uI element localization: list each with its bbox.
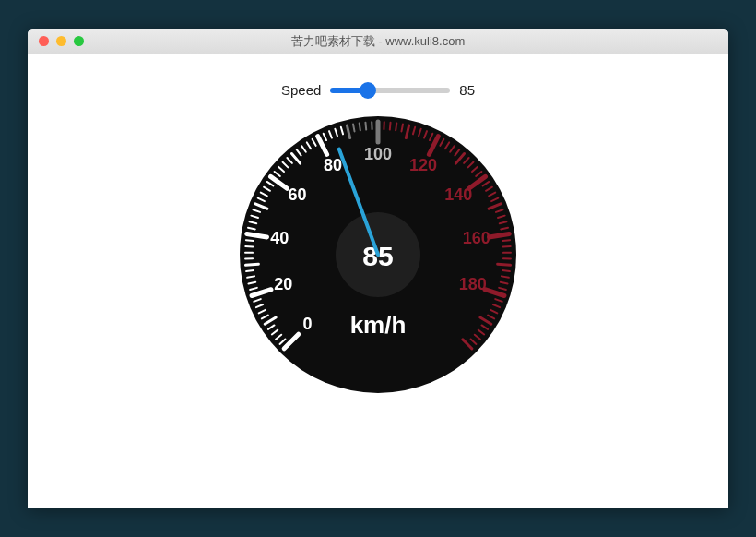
gauge-tick xyxy=(246,240,254,241)
gauge-tick-label: 160 xyxy=(463,229,490,247)
gauge-tick xyxy=(502,270,510,271)
gauge-tick xyxy=(245,246,253,247)
gauge-tick-label: 180 xyxy=(459,275,487,293)
gauge-tick-label: 100 xyxy=(364,145,392,163)
gauge-tick xyxy=(503,246,511,247)
gauge-tick xyxy=(502,240,510,241)
gauge-tick xyxy=(390,123,391,130)
gauge-tick xyxy=(396,123,396,130)
gauge-tick-label: 140 xyxy=(444,185,472,204)
gauge-tick-label: 60 xyxy=(289,185,307,204)
gauge-tick xyxy=(365,123,366,130)
minimize-icon[interactable] xyxy=(56,36,66,46)
gauge-tick-label: 40 xyxy=(270,229,289,247)
speed-slider[interactable] xyxy=(330,88,450,93)
gauge-tick-label: 80 xyxy=(324,156,342,174)
gauge-tick xyxy=(360,123,360,130)
gauge-tick xyxy=(498,264,511,265)
speed-control-row: Speed 85 xyxy=(281,82,475,98)
maximize-icon[interactable] xyxy=(74,36,84,46)
gauge-tick xyxy=(247,276,254,277)
speed-label: Speed xyxy=(281,82,321,98)
titlebar: 苦力吧素材下载 - www.kuli8.com xyxy=(28,29,728,54)
gauge-tick-label: 20 xyxy=(274,275,292,293)
gauge-tick xyxy=(247,233,267,236)
gauge-tick xyxy=(502,276,509,277)
close-icon[interactable] xyxy=(39,36,49,46)
gauge-tick xyxy=(489,233,509,236)
speed-value-readout: 85 xyxy=(459,82,475,98)
traffic-lights xyxy=(28,36,84,46)
browser-window: 苦力吧素材下载 - www.kuli8.com Speed 85 0204060… xyxy=(28,29,728,508)
gauge-tick-label: 0 xyxy=(303,315,313,333)
speedometer-gauge: 02040608010012014016018085km/h xyxy=(230,107,526,402)
gauge-tick xyxy=(246,270,254,271)
gauge-unit: km/h xyxy=(350,311,407,339)
gauge-tick xyxy=(245,264,258,265)
content-area: Speed 85 02040608010012014016018085km/h xyxy=(28,54,728,402)
window-title: 苦力吧素材下载 - www.kuli8.com xyxy=(28,33,728,50)
gauge-tick-label: 120 xyxy=(409,156,437,174)
